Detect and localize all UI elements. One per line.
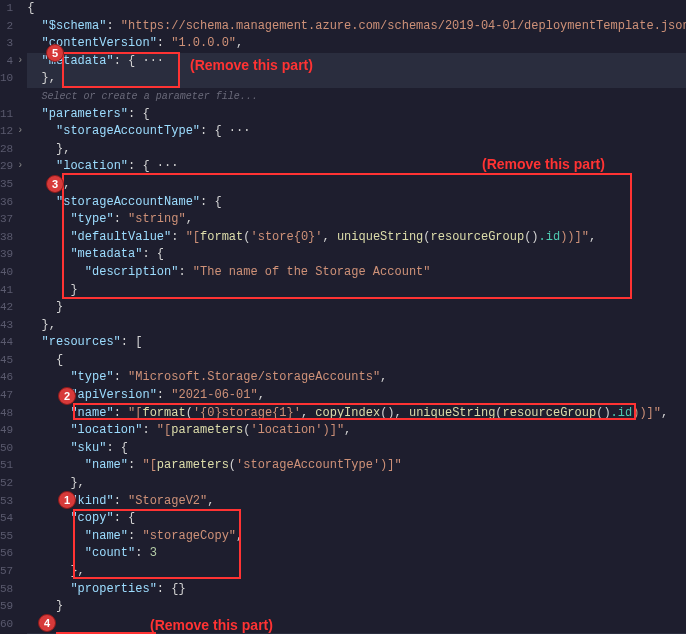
badge-2: 2: [58, 387, 76, 405]
codelens-hint[interactable]: Select or create a parameter file...: [42, 91, 258, 102]
badge-4: 4: [38, 614, 56, 632]
code-editor: 1 2 3 4 10 11 12 28 29 35 36 37 38 39 40…: [0, 0, 686, 634]
code-area[interactable]: { "$schema": "https://schema.management.…: [19, 0, 686, 634]
line-gutter: 1 2 3 4 10 11 12 28 29 35 36 37 38 39 40…: [0, 0, 19, 634]
badge-3: 3: [46, 175, 64, 193]
badge-1: 1: [58, 491, 76, 509]
badge-5: 5: [46, 44, 64, 62]
